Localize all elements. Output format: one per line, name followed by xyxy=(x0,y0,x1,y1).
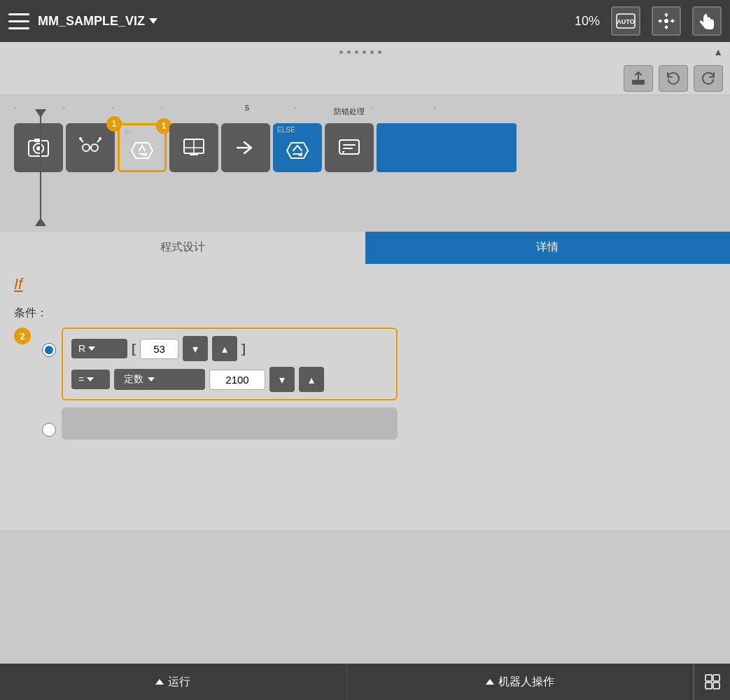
svg-rect-22 xyxy=(706,682,712,689)
toolbar-row xyxy=(0,62,730,95)
step-move[interactable]: 1 xyxy=(66,123,115,172)
step-if[interactable]: 1 IF xyxy=(118,123,167,172)
tab-program[interactable]: 程式设计 xyxy=(0,232,365,264)
dot xyxy=(355,50,358,54)
condition-row-2 xyxy=(14,407,716,440)
operator-value: = xyxy=(78,374,84,385)
bracket-open: [ xyxy=(132,342,136,356)
step-message[interactable]: 防错处理 xyxy=(325,123,374,172)
step-camera[interactable] xyxy=(14,123,63,172)
tab-detail-label: 详情 xyxy=(536,240,559,255)
condition-box-1: R [ 53 ▾ ▴ ] = 定数 2100 ▾ xyxy=(62,328,398,400)
register-select[interactable]: R xyxy=(71,339,127,358)
svg-rect-23 xyxy=(713,682,720,689)
ruler-tick: · xyxy=(294,104,296,112)
step-end[interactable] xyxy=(377,123,517,172)
header: MM_SAMPLE_VIZ 10% AUTO xyxy=(0,0,730,42)
touch-button[interactable] xyxy=(692,6,722,36)
ruler-tick-5: 5 xyxy=(245,104,249,112)
dot xyxy=(363,50,366,54)
type-select[interactable]: 定数 xyxy=(114,369,205,390)
triangle-icon[interactable]: ▲ xyxy=(713,46,723,57)
robot-button[interactable]: 机器人操作 xyxy=(347,664,694,700)
step-message-label: 防错处理 xyxy=(334,106,365,117)
operator-select[interactable]: = xyxy=(71,370,110,389)
condition-radio-1[interactable] xyxy=(42,343,56,357)
step-else-sublabel: ELSE xyxy=(277,126,295,134)
condition-label-text: 条件： xyxy=(14,307,48,318)
grid-button[interactable] xyxy=(694,664,730,700)
cursor-line xyxy=(40,113,41,221)
run-button[interactable]: 运行 xyxy=(0,664,347,700)
svg-rect-3 xyxy=(632,80,645,85)
tab-detail[interactable]: 详情 xyxy=(365,232,731,264)
ruler-tick: · xyxy=(371,104,373,112)
percent-display: 10% xyxy=(575,14,600,29)
svg-rect-7 xyxy=(34,139,40,142)
move-button[interactable] xyxy=(652,6,681,36)
robot-label: 机器人操作 xyxy=(498,675,554,690)
value-down-button[interactable]: ▾ xyxy=(269,367,295,392)
timeline-ruler: · · · · 5 · · · xyxy=(0,101,730,115)
undo-button[interactable] xyxy=(659,65,688,92)
menu-icon[interactable] xyxy=(8,10,29,31)
redo-button[interactable] xyxy=(694,65,723,92)
svg-point-9 xyxy=(91,144,98,151)
svg-point-2 xyxy=(664,19,668,23)
register-dropdown-icon xyxy=(88,346,95,351)
svg-rect-20 xyxy=(706,675,712,681)
svg-point-12 xyxy=(99,137,101,140)
auto-mode-button[interactable]: AUTO xyxy=(611,6,640,36)
step-else[interactable]: ELSE xyxy=(273,123,322,172)
title-text: MM_SAMPLE_VIZ xyxy=(38,14,145,29)
title-dropdown-icon[interactable] xyxy=(149,18,157,24)
content-area: If 条件： 2 R [ 53 ▾ ▴ ] = xyxy=(0,264,730,530)
run-triangle-icon xyxy=(155,679,164,685)
svg-point-11 xyxy=(79,137,82,140)
bracket-close: ] xyxy=(241,342,246,356)
upload-button[interactable] xyxy=(624,65,653,92)
header-right: 10% AUTO xyxy=(575,6,722,36)
condition-badge: 2 xyxy=(14,328,31,344)
svg-point-8 xyxy=(83,144,90,151)
timeline-area: · · · · 5 · · · 1 xyxy=(0,95,730,232)
ruler-tick: · xyxy=(14,104,16,112)
index-display: 53 xyxy=(140,339,178,359)
dots-bar: ▲ xyxy=(0,42,730,62)
tabs-row: 程式设计 详情 xyxy=(0,232,730,264)
condition-radio-2[interactable] xyxy=(42,423,56,437)
dot xyxy=(347,50,351,54)
dots-indicator xyxy=(339,50,381,54)
condition-row-1: 2 R [ 53 ▾ ▴ ] = 定 xyxy=(14,328,716,400)
ruler-tick: · xyxy=(434,104,436,112)
bottom-bar: 运行 机器人操作 xyxy=(0,664,730,700)
step-tv2[interactable] xyxy=(169,123,218,172)
ruler-tick: · xyxy=(63,104,65,112)
dot xyxy=(378,50,381,54)
condition-label: 条件： xyxy=(14,306,716,321)
ruler-tick: · xyxy=(161,104,163,112)
svg-text:AUTO: AUTO xyxy=(617,18,634,25)
register-value: R xyxy=(78,343,85,354)
svg-rect-21 xyxy=(713,675,720,681)
index-down-button[interactable]: ▾ xyxy=(183,336,208,361)
step-arrow[interactable] xyxy=(221,123,270,172)
condition-row2-inner: = 定数 2100 ▾ ▴ xyxy=(71,367,388,392)
dot xyxy=(339,50,343,54)
operator-dropdown-icon xyxy=(87,377,94,382)
app-title: MM_SAMPLE_VIZ xyxy=(38,14,566,29)
tab-program-label: 程式设计 xyxy=(160,240,205,255)
condition-row1-inner: R [ 53 ▾ ▴ ] xyxy=(71,336,388,361)
index-up-button[interactable]: ▴ xyxy=(212,336,237,361)
ruler-tick: · xyxy=(112,104,114,112)
if-title: If xyxy=(14,275,716,293)
value-display: 2100 xyxy=(209,370,265,390)
type-value: 定数 xyxy=(124,373,143,386)
steps-container: 1 1 IF xyxy=(14,123,517,172)
condition-box-2 xyxy=(62,407,398,440)
run-label: 运行 xyxy=(168,675,190,690)
value-up-button[interactable]: ▴ xyxy=(299,367,324,392)
type-dropdown-icon xyxy=(148,377,155,382)
step-if-sublabel: IF xyxy=(124,128,131,136)
robot-triangle-icon xyxy=(486,679,494,685)
